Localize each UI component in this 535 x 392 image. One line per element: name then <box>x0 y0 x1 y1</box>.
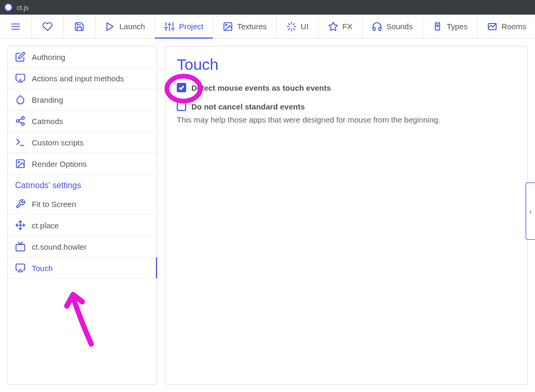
svg-line-22 <box>288 23 289 24</box>
svg-line-26 <box>288 28 289 29</box>
app-icon <box>4 3 13 11</box>
panel-title: Touch <box>177 56 516 74</box>
svg-marker-28 <box>329 22 337 30</box>
checkbox-icon <box>177 83 186 92</box>
svg-marker-34 <box>18 80 22 82</box>
project-label: Project <box>179 22 203 31</box>
menu-button[interactable] <box>0 15 32 38</box>
droplet-icon <box>15 94 26 105</box>
airplay-icon <box>15 73 26 83</box>
checkbox-icon <box>177 102 186 111</box>
sidebar-item-label: Branding <box>32 95 63 104</box>
share-icon <box>15 116 26 126</box>
svg-marker-8 <box>107 22 113 30</box>
tool-icon <box>15 199 26 209</box>
svg-point-42 <box>18 162 20 163</box>
sidebar-item-label: ct.sound.howler <box>32 242 87 251</box>
textures-label: Textures <box>237 22 267 31</box>
option-help-text: This may help those apps that were desig… <box>177 115 516 124</box>
sidebar-mod-ctplace[interactable]: ct.place <box>8 215 157 236</box>
sidebar-item-label: Touch <box>32 264 53 273</box>
sidebar-item-authoring[interactable]: Authoring <box>8 46 157 68</box>
rooms-label: Rooms <box>502 22 527 31</box>
svg-point-19 <box>225 24 227 26</box>
svg-line-23 <box>293 28 294 29</box>
move-icon <box>15 220 26 230</box>
textures-tab[interactable]: Textures <box>213 15 277 38</box>
cat-icon <box>4 3 13 11</box>
option-label: Detect mouse events as touch events <box>191 83 331 92</box>
types-tab[interactable]: Types <box>423 15 478 38</box>
fx-label: FX <box>343 22 352 31</box>
airplay-icon <box>15 263 26 273</box>
svg-marker-46 <box>18 270 22 272</box>
launch-button[interactable]: Launch <box>95 15 155 38</box>
option-label: Do not cancel standard events <box>191 102 305 111</box>
sounds-tab[interactable]: Sounds <box>362 15 423 38</box>
svg-rect-2 <box>487 0 503 15</box>
toolbar: Launch Project Textures UI FX Sounds Typ… <box>0 15 535 39</box>
ui-label: UI <box>301 22 309 31</box>
save-button[interactable] <box>64 15 95 38</box>
sounds-label: Sounds <box>386 22 413 31</box>
sidebar-section-title: Catmods' settings <box>8 175 157 193</box>
maximize-button[interactable] <box>483 0 507 15</box>
rooms-tab[interactable]: Rooms <box>478 15 535 38</box>
sidebar-item-label: Actions and input methods <box>32 74 124 83</box>
sidebar-mod-howler[interactable]: ct.sound.howler <box>8 236 157 258</box>
chevron-left-icon: ‹ <box>529 207 532 216</box>
option-detect-mouse[interactable]: Detect mouse events as touch events <box>177 83 516 92</box>
image-icon <box>15 158 26 169</box>
titlebar: ct.js <box>0 0 535 15</box>
fx-tab[interactable]: FX <box>319 15 362 38</box>
terminal-icon <box>15 137 26 148</box>
content-panel: Touch Detect mouse events as touch event… <box>165 46 528 385</box>
drawer-toggle[interactable]: ‹ <box>526 182 535 240</box>
svg-line-27 <box>293 23 294 24</box>
sidebar-mod-touch[interactable]: Touch <box>8 258 157 279</box>
edit-icon <box>15 52 26 62</box>
types-label: Types <box>447 22 468 31</box>
sidebar-item-label: Authoring <box>32 53 65 62</box>
svg-line-3 <box>511 0 527 15</box>
sidebar-item-label: Catmods <box>32 117 63 126</box>
ui-tab[interactable]: UI <box>277 15 319 38</box>
sidebar-item-scripts[interactable]: Custom scripts <box>8 132 157 153</box>
main: Authoring Actions and input methods Bran… <box>0 39 535 392</box>
svg-point-0 <box>5 4 11 10</box>
tv-icon <box>15 241 26 252</box>
sidebar-mod-fittoscreen[interactable]: Fit to Screen <box>8 193 157 215</box>
svg-point-30 <box>436 24 438 26</box>
sidebar-item-label: Custom scripts <box>32 138 83 147</box>
sidebar: Authoring Actions and input methods Bran… <box>7 46 157 385</box>
close-button[interactable] <box>507 0 531 15</box>
sidebar-item-actions[interactable]: Actions and input methods <box>8 68 157 89</box>
app-title: ct.js <box>17 4 459 11</box>
sidebar-item-label: Render Options <box>32 160 87 168</box>
sidebar-item-catmods[interactable]: Catmods <box>8 111 157 132</box>
launch-label: Launch <box>119 22 145 31</box>
sidebar-item-label: ct.place <box>32 221 59 230</box>
sidebar-item-render[interactable]: Render Options <box>8 153 157 175</box>
option-no-cancel[interactable]: Do not cancel standard events <box>177 102 516 111</box>
project-tab[interactable]: Project <box>155 15 213 38</box>
svg-rect-45 <box>16 244 25 251</box>
minimize-button[interactable] <box>459 0 483 15</box>
svg-line-4 <box>511 0 527 15</box>
svg-line-38 <box>19 121 22 123</box>
svg-line-39 <box>19 118 22 120</box>
sidebar-item-label: Fit to Screen <box>32 200 76 209</box>
heart-button[interactable] <box>32 15 64 38</box>
sidebar-item-branding[interactable]: Branding <box>8 89 157 111</box>
